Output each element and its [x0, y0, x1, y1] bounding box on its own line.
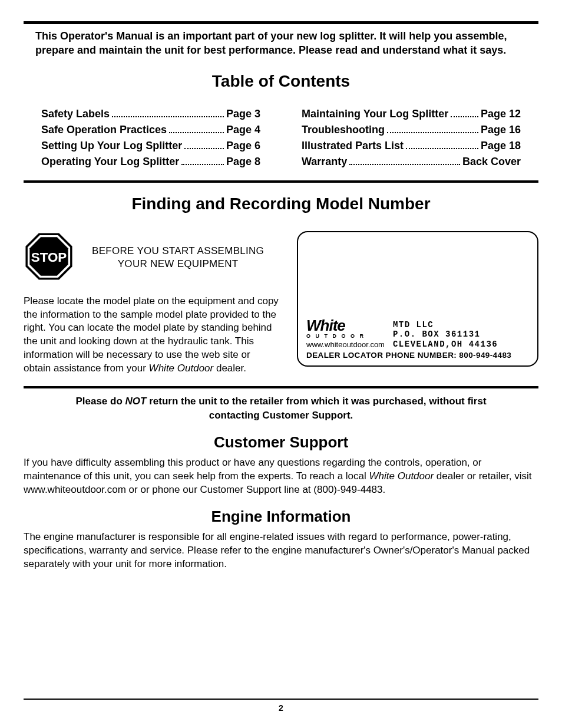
divider-rule-2	[24, 386, 538, 388]
model-section: STOP BEFORE YOU START ASSEMBLING YOUR NE…	[24, 231, 538, 376]
toc-row: Illustrated Parts List Page 18	[302, 138, 521, 154]
plate-addr-l3: CLEVELAND,OH 44136	[393, 340, 529, 349]
toc-row: Maintaining Your Log Splitter Page 12	[302, 106, 521, 122]
logo-sub: O U T D O O R	[306, 333, 385, 339]
model-body-post: dealer.	[213, 363, 246, 374]
brand-name: White Outdoor	[369, 470, 434, 482]
page-footer: 2	[24, 699, 538, 713]
model-heading: Finding and Recording Model Number	[24, 195, 538, 213]
toc-leader	[169, 124, 224, 133]
page-number: 2	[24, 703, 538, 713]
plate-dealer-line: DEALER LOCATOR PHONE NUMBER: 800-949-448…	[306, 351, 529, 360]
plate-address: MTD LLC P.O. BOX 361131 CLEVELAND,OH 441…	[393, 320, 529, 348]
brand-name: White Outdoor	[149, 363, 214, 374]
toc-page: Page 8	[226, 154, 260, 170]
toc-leader	[349, 156, 460, 164]
toc-leader	[451, 108, 478, 117]
plate-addr-l2: P.O. BOX 361131	[393, 330, 529, 339]
stop-caption: BEFORE YOU START ASSEMBLING YOUR NEW EQU…	[92, 245, 264, 271]
model-plate-box: White O U T D O O R www.whiteoutdoor.com…	[297, 231, 538, 367]
top-rule	[24, 21, 538, 24]
toc-label: Illustrated Parts List	[302, 138, 404, 154]
toc-row: Operating Your Log Splitter Page 8	[41, 154, 260, 170]
notice-post: return the unit to the retailer from whi…	[146, 396, 486, 421]
toc-label: Safety Labels	[41, 106, 110, 122]
notice-pre: Please do	[75, 396, 125, 407]
toc-page: Page 4	[226, 122, 260, 138]
stop-caption-line1: BEFORE YOU START ASSEMBLING	[92, 245, 264, 258]
engine-body: The engine manufacturer is responsible f…	[24, 531, 538, 571]
footer-rule	[24, 699, 538, 700]
plate-logo: White O U T D O O R www.whiteoutdoor.com	[306, 319, 385, 348]
toc-heading: Table of Contents	[24, 72, 538, 91]
return-notice: Please do NOT return the unit to the ret…	[75, 394, 487, 423]
toc-page: Page 16	[481, 122, 521, 138]
stop-sign-icon: STOP	[24, 231, 74, 284]
toc-leader	[184, 140, 224, 149]
model-body-text: Please locate the model plate on the equ…	[24, 295, 279, 376]
toc-page: Page 18	[481, 138, 521, 154]
toc-label: Warranty	[302, 154, 347, 170]
toc-label: Safe Operation Practices	[41, 122, 167, 138]
divider-rule	[24, 180, 538, 183]
model-left: STOP BEFORE YOU START ASSEMBLING YOUR NE…	[24, 231, 279, 376]
toc-leader	[181, 156, 224, 164]
toc-right-column: Maintaining Your Log Splitter Page 12 Tr…	[302, 106, 521, 170]
toc-row: Setting Up Your Log Splitter Page 6	[41, 138, 260, 154]
toc-label: Troubleshooting	[302, 122, 385, 138]
toc-label: Operating Your Log Splitter	[41, 154, 179, 170]
toc-row: Warranty Back Cover	[302, 154, 521, 170]
toc-leader	[112, 108, 224, 117]
engine-heading: Engine Information	[24, 508, 538, 526]
toc-page: Page 12	[481, 106, 521, 122]
support-heading: Customer Support	[24, 433, 538, 452]
toc-label: Maintaining Your Log Splitter	[302, 106, 448, 122]
toc-page: Page 6	[226, 138, 260, 154]
plate-addr-l1: MTD LLC	[393, 320, 529, 330]
intro-text: This Operator's Manual is an important p…	[24, 29, 538, 64]
toc-row: Safe Operation Practices Page 4	[41, 122, 260, 138]
toc-label: Setting Up Your Log Splitter	[41, 138, 182, 154]
toc-page: Back Cover	[462, 154, 521, 170]
support-body: If you have difficulty assembling this p…	[24, 456, 538, 497]
stop-row: STOP BEFORE YOU START ASSEMBLING YOUR NE…	[24, 231, 279, 284]
toc-leader	[406, 140, 478, 149]
plate-url: www.whiteoutdoor.com	[306, 340, 385, 349]
toc-left-column: Safety Labels Page 3 Safe Operation Prac…	[41, 106, 260, 170]
svg-text:STOP: STOP	[31, 249, 67, 264]
toc-row: Troubleshooting Page 16	[302, 122, 521, 138]
toc-page: Page 3	[226, 106, 260, 122]
toc-row: Safety Labels Page 3	[41, 106, 260, 122]
toc-leader	[387, 124, 478, 133]
notice-not: NOT	[125, 396, 147, 407]
plate-bottom: White O U T D O O R www.whiteoutdoor.com…	[306, 319, 529, 348]
table-of-contents: Safety Labels Page 3 Safe Operation Prac…	[24, 106, 538, 170]
stop-caption-line2: YOUR NEW EQUIPMENT	[92, 258, 264, 271]
logo-main: White	[306, 319, 385, 332]
